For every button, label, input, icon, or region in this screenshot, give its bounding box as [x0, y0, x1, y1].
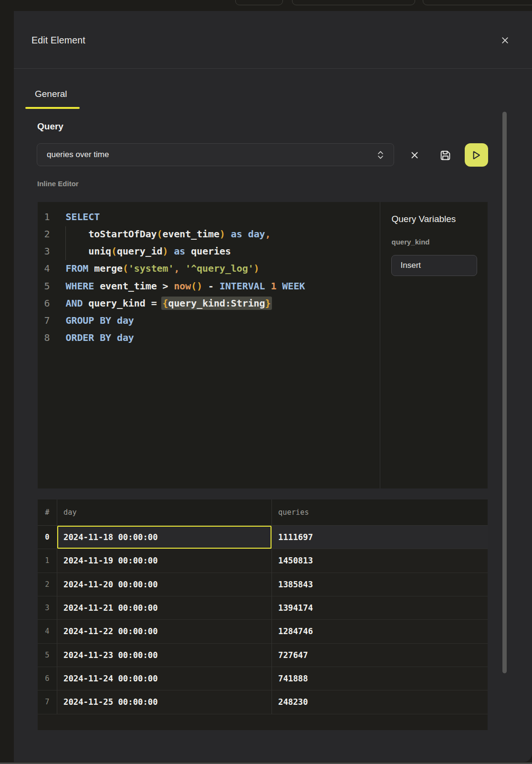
- cell-queries[interactable]: 1450813: [272, 549, 488, 573]
- cell-queries[interactable]: 248230: [272, 690, 488, 714]
- code-token: [242, 228, 248, 240]
- column-header-day: day: [57, 499, 272, 525]
- inline-editor-label: Inline Editor: [37, 180, 79, 188]
- chevrons-up-down-icon: [377, 150, 384, 159]
- table-row: 62024-11-24 00:00:00741888: [38, 667, 488, 690]
- query-select[interactable]: queries over time: [37, 143, 394, 166]
- row-index: 6: [38, 667, 58, 690]
- row-index: 0: [38, 526, 58, 549]
- table-footer-spacer: [38, 714, 488, 730]
- code-line[interactable]: 7GROUP BY day: [38, 312, 380, 329]
- code-line[interactable]: 3 uniq(query_id) as queries: [38, 243, 380, 260]
- edit-element-modal: Edit Element General Query queries over …: [14, 11, 532, 762]
- code-token: 1: [265, 280, 276, 292]
- run-query-button[interactable]: [465, 143, 488, 167]
- cell-day[interactable]: 2024-11-21 00:00:00: [57, 596, 272, 620]
- page: Edit Element General Query queries over …: [0, 0, 532, 764]
- indent-guide-line: [65, 226, 66, 260]
- tab-active-underline: [25, 107, 80, 109]
- table-row: 42024-11-22 00:00:001284746: [38, 620, 488, 643]
- cell-day[interactable]: 2024-11-25 00:00:00: [57, 690, 272, 714]
- save-query-button[interactable]: [438, 149, 452, 162]
- code-text: GROUP BY day: [66, 315, 134, 326]
- background-toolbar-button-1[interactable]: [235, 0, 283, 5]
- code-token: SELECT: [66, 211, 100, 223]
- cell-day[interactable]: 2024-11-22 00:00:00: [57, 620, 272, 643]
- line-number: 3: [38, 245, 50, 257]
- column-header-index: #: [38, 499, 58, 525]
- modal-scrollbar-thumb[interactable]: [502, 112, 507, 673]
- clear-query-button[interactable]: [408, 149, 421, 162]
- insert-variable-button[interactable]: Insert: [391, 255, 477, 276]
- code-token: (: [111, 245, 117, 257]
- modal-header: Edit Element: [14, 11, 532, 68]
- row-index: 7: [38, 690, 58, 714]
- code-token: ORDER BY day: [66, 332, 134, 343]
- code-token: queries: [185, 245, 231, 257]
- code-token: ): [254, 263, 260, 274]
- table-row: 02024-11-18 00:00:001111697: [38, 526, 488, 549]
- code-token: now: [168, 280, 191, 292]
- row-index: 2: [38, 573, 58, 596]
- row-index: 5: [38, 644, 58, 667]
- close-icon: [502, 37, 508, 43]
- code-token: 'system': [128, 263, 174, 274]
- code-token: day: [248, 228, 265, 240]
- code-line[interactable]: 4FROM merge('system', '^query_log'): [38, 260, 380, 277]
- x-icon: [411, 152, 418, 159]
- cell-day[interactable]: 2024-11-19 00:00:00: [57, 549, 272, 573]
- code-token: FROM: [66, 263, 89, 274]
- code-token: (: [123, 263, 128, 274]
- line-number: 2: [38, 228, 50, 240]
- floppy-disk-icon: [439, 149, 451, 161]
- code-token: -: [202, 280, 219, 292]
- code-token: '^query_log': [179, 263, 253, 274]
- code-token: [168, 245, 174, 257]
- cell-day[interactable]: 2024-11-24 00:00:00: [57, 667, 272, 690]
- query-select-value: queries over time: [47, 144, 109, 166]
- close-button[interactable]: [499, 34, 511, 46]
- code-token: [225, 228, 231, 240]
- code-token: AND: [66, 297, 83, 309]
- code-token: as: [174, 245, 185, 257]
- code-token: >: [163, 280, 168, 292]
- code-line[interactable]: 1SELECT: [38, 208, 380, 225]
- code-token: event_time: [163, 228, 219, 240]
- modal-title: Edit Element: [31, 35, 85, 46]
- tab-general[interactable]: General: [25, 83, 77, 107]
- code-token: ,: [174, 263, 179, 274]
- cell-queries[interactable]: 727647: [272, 644, 488, 667]
- code-line[interactable]: 5WHERE event_time > now() - INTERVAL 1 W…: [38, 277, 380, 295]
- code-token: toStartOfDay: [66, 228, 157, 240]
- table-row: 72024-11-25 00:00:00248230: [38, 690, 488, 714]
- code-token: as: [231, 228, 242, 240]
- cell-queries[interactable]: 1385843: [272, 573, 488, 596]
- table-header-row: # day queries: [38, 499, 488, 526]
- code-token: INTERVAL: [219, 280, 265, 292]
- code-token: WEEK: [276, 280, 305, 292]
- query-variables-title: Query Variables: [392, 214, 456, 224]
- code-line[interactable]: 2 toStartOfDay(event_time) as day,: [38, 225, 380, 243]
- sql-code-editor[interactable]: 1SELECT2 toStartOfDay(event_time) as day…: [38, 202, 380, 488]
- code-text: uniq(query_id) as queries: [66, 245, 231, 257]
- cell-queries[interactable]: 1394174: [272, 596, 488, 620]
- code-token: merge: [88, 263, 123, 274]
- cell-day[interactable]: 2024-11-20 00:00:00: [57, 573, 272, 596]
- query-variables-panel: Query Variables query_kind Insert: [380, 202, 488, 488]
- cell-queries[interactable]: 1284746: [272, 620, 488, 643]
- cell-queries[interactable]: 741888: [272, 667, 488, 690]
- variable-name-label: query_kind: [392, 238, 430, 246]
- code-line[interactable]: 6AND query_kind = {query_kind:String}: [38, 295, 380, 312]
- query-variable-token[interactable]: {query_kind:String}: [161, 297, 272, 310]
- code-text: SELECT: [66, 211, 100, 223]
- cell-queries[interactable]: 1111697: [272, 526, 488, 549]
- table-row: 22024-11-20 00:00:001385843: [38, 573, 488, 596]
- cell-day[interactable]: 2024-11-18 00:00:00: [57, 526, 272, 549]
- cell-day[interactable]: 2024-11-23 00:00:00: [57, 644, 272, 667]
- table-body: 02024-11-18 00:00:00111169712024-11-19 0…: [38, 526, 488, 714]
- query-section-label: Query: [37, 121, 63, 132]
- row-index: 4: [38, 620, 58, 643]
- background-toolbar-button-2[interactable]: [292, 0, 415, 5]
- background-toolbar-button-3[interactable]: [423, 0, 532, 5]
- code-line[interactable]: 8ORDER BY day: [38, 329, 380, 346]
